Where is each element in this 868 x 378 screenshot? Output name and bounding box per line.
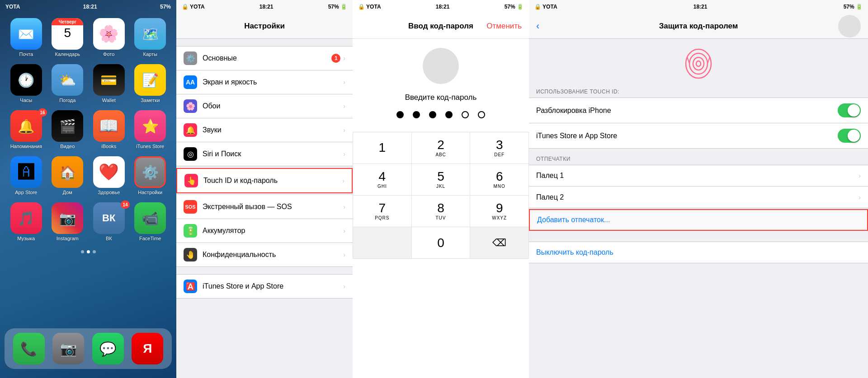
dock-whatsapp[interactable]: 💬: [92, 333, 124, 364]
key-8[interactable]: 8 TUV: [412, 196, 471, 227]
dot-1: [81, 250, 84, 253]
disable-section: Выключить код-пароль: [529, 242, 868, 263]
app-mail[interactable]: ✉️ Почта: [7, 18, 45, 57]
calendar-icon: Четверг 5: [52, 18, 83, 50]
osnovnie-icon: ⚙️: [184, 51, 197, 65]
battery-2: 57% 🔋: [328, 4, 347, 10]
app-music[interactable]: 🎵 Музыка: [7, 202, 45, 241]
mail-icon: ✉️: [10, 18, 42, 50]
key-delete[interactable]: ⌫: [470, 227, 529, 259]
back-button[interactable]: ‹: [536, 20, 539, 32]
screen3-passcode: 🔒 YOTA 18:21 57% 🔋 Ввод код-пароля Отмен…: [353, 0, 529, 378]
touch-item-finger2[interactable]: Палец 2 ›: [529, 187, 868, 208]
app-reminders[interactable]: 🔔 16 Напоминания: [7, 110, 45, 149]
svg-point-3: [696, 61, 701, 66]
dock-yandex[interactable]: Я: [132, 333, 163, 364]
prints-section-header: ОТПЕЧАТКИ: [529, 149, 868, 165]
app-itunes[interactable]: ⭐ iTunes Store: [132, 110, 170, 149]
yandex-icon: Я: [132, 333, 163, 364]
settings-item-sos[interactable]: SOS Экстренный вызов — SOS ›: [176, 195, 353, 219]
settings-item-privacy[interactable]: 🤚 Конфиденциальность ›: [176, 243, 353, 267]
key-6[interactable]: 6 MNO: [470, 164, 529, 196]
settings-item-itunes[interactable]: 🅰️ iTunes Store и App Store ›: [176, 274, 353, 299]
settings-title: Настройки: [244, 22, 285, 31]
carrier-4: 🔒 YOTA: [534, 4, 557, 10]
dock-camera[interactable]: 📷: [52, 333, 84, 364]
app-weather[interactable]: ⛅ Погода: [49, 64, 87, 103]
app-clock[interactable]: 🕐 Часы: [7, 64, 45, 103]
key-3[interactable]: 3 DEF: [470, 132, 529, 164]
wallpaper-label: Обои: [203, 102, 343, 110]
passcode-cancel[interactable]: Отменить: [486, 22, 522, 31]
unlock-toggle[interactable]: [838, 103, 861, 117]
app-health[interactable]: ❤️ Здоровье: [90, 156, 128, 195]
finger2-label: Палец 2: [536, 193, 859, 201]
vk-label: ВК: [106, 236, 112, 241]
carrier-3: 🔒 YOTA: [358, 4, 381, 10]
key-0[interactable]: 0: [412, 227, 471, 259]
app-calendar[interactable]: Четверг 5 Календарь: [49, 18, 87, 57]
finger1-chevron: ›: [859, 172, 861, 179]
app-appstore[interactable]: 🅰 App Store: [7, 156, 45, 195]
settings-item-siri[interactable]: ◎ Siri и Поиск ›: [176, 142, 353, 166]
itunes-icon: ⭐: [134, 110, 166, 142]
photos-label: Фото: [103, 51, 114, 57]
settings-item-screen[interactable]: AA Экран и яркость ›: [176, 70, 353, 94]
camera-icon: 📷: [52, 333, 84, 364]
itunes-store-chevron: ›: [343, 283, 345, 290]
app-video[interactable]: 🎬 Видео: [49, 110, 87, 149]
touch-avatar: [838, 15, 861, 37]
itunes-store-label: iTunes Store и App Store: [203, 282, 343, 290]
facetime-icon: 📹: [134, 202, 166, 234]
key-2[interactable]: 2 АВС: [412, 132, 471, 164]
key-9[interactable]: 9 WXYZ: [470, 196, 529, 227]
app-instagram[interactable]: 📷 Instagram: [49, 202, 87, 241]
app-facetime[interactable]: 📹 FaceTime: [132, 202, 170, 241]
health-icon: ❤️: [93, 156, 125, 188]
key-4[interactable]: 4 GHI: [353, 164, 412, 196]
app-home[interactable]: 🏠 Дом: [49, 156, 87, 195]
keypad: 1 2 АВС 3 DEF 4 GHI 5 JKL 6 MNO 7 PQRS 8: [353, 132, 529, 259]
dock-phone[interactable]: 📞: [13, 333, 45, 364]
instagram-icon: 📷: [52, 202, 83, 234]
app-settings[interactable]: ⚙️ Настройки: [132, 156, 170, 195]
dot-6: [478, 111, 485, 118]
passcode-prompt: Введите код-пароль: [353, 93, 529, 102]
key-5[interactable]: 5 JKL: [412, 164, 471, 196]
status-bar-2: 🔒 YOTA 18:21 57% 🔋: [176, 0, 353, 14]
photos-icon: 🌸: [93, 18, 125, 50]
app-ibooks[interactable]: 📖 iBooks: [90, 110, 128, 149]
touch-item-disable[interactable]: Выключить код-пароль: [529, 242, 868, 263]
appstore-icon: 🅰: [10, 156, 42, 188]
touch-item-finger1[interactable]: Палец 1 ›: [529, 165, 868, 187]
reminders-icon: 🔔: [10, 110, 42, 142]
key-7[interactable]: 7 PQRS: [353, 196, 412, 227]
health-label: Здоровье: [98, 190, 120, 195]
app-maps[interactable]: 🗺️ Карты: [132, 18, 170, 57]
app-vk[interactable]: ВК 14 ВК: [90, 202, 128, 241]
passcode-title: Ввод код-пароля: [408, 22, 473, 31]
settings-item-osnovnie[interactable]: ⚙️ Основные 1 ›: [176, 46, 353, 70]
screen-chevron: ›: [343, 79, 345, 86]
app-notes[interactable]: 📝 Заметки: [132, 64, 170, 103]
settings-item-sounds[interactable]: 🔔 Звуки ›: [176, 118, 353, 142]
home-icon: 🏠: [52, 156, 83, 188]
app-wallet[interactable]: 💳 Wallet: [90, 64, 128, 103]
settings-label: Настройки: [138, 190, 162, 195]
carrier-1: YOTA: [5, 4, 20, 10]
app-photos[interactable]: 🌸 Фото: [90, 18, 128, 57]
carrier-2: 🔒 YOTA: [182, 4, 205, 10]
store-toggle[interactable]: [838, 129, 861, 143]
settings-item-touchid[interactable]: 👆 Touch ID и код-пароль ›: [176, 168, 353, 193]
touch-item-add-print[interactable]: Добавить отпечаток...: [529, 209, 868, 231]
settings-item-battery[interactable]: 🔋 Аккумулятор ›: [176, 219, 353, 243]
ibooks-icon: 📖: [93, 110, 125, 142]
osnovnie-chevron: ›: [343, 55, 345, 62]
music-label: Музыка: [17, 236, 35, 241]
video-icon: 🎬: [52, 110, 83, 142]
siri-chevron: ›: [343, 150, 345, 158]
wallet-label: Wallet: [102, 98, 116, 103]
settings-item-wallpaper[interactable]: 🌸 Обои ›: [176, 94, 353, 118]
key-1[interactable]: 1: [353, 132, 412, 164]
calendar-label: Календарь: [55, 51, 80, 57]
